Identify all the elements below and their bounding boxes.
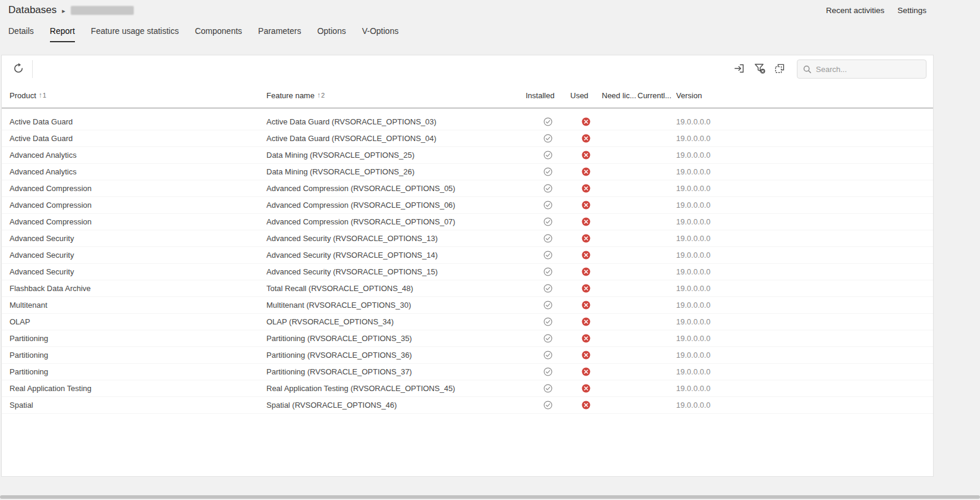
table-row[interactable]: Partitioning Partitioning (RVSORACLE_OPT… xyxy=(2,364,933,380)
table-body: Active Data Guard Active Data Guard (RVS… xyxy=(2,108,933,414)
column-header-installed[interactable]: Installed xyxy=(526,91,570,100)
cell-installed xyxy=(526,117,570,126)
table-row[interactable]: Advanced Compression Advanced Compressio… xyxy=(2,197,933,214)
cell-used xyxy=(570,134,602,143)
table-row[interactable]: Advanced Analytics Data Mining (RVSORACL… xyxy=(2,147,933,164)
table-row[interactable]: Spatial Spatial (RVSORACLE_OPTIONS_46) 1… xyxy=(2,397,933,414)
installed-yes-icon xyxy=(544,251,552,260)
cell-feature-name: Advanced Compression (RVSORACLE_OPTIONS_… xyxy=(266,217,526,226)
table-row[interactable]: Advanced Security Advanced Security (RVS… xyxy=(2,230,933,247)
installed-yes-icon xyxy=(544,367,552,376)
search-box xyxy=(797,60,926,79)
column-label: Feature name xyxy=(266,91,315,100)
sort-order-number: 1 xyxy=(43,92,46,99)
tab-parameters[interactable]: Parameters xyxy=(258,26,301,42)
installed-yes-icon xyxy=(544,384,552,393)
breadcrumb-databases[interactable]: Databases xyxy=(8,4,56,16)
table-row[interactable]: Multitenant Multitenant (RVSORACLE_OPTIO… xyxy=(2,297,933,314)
cell-product: Spatial xyxy=(10,401,266,410)
cell-installed xyxy=(526,334,570,343)
clear-filter-button[interactable] xyxy=(749,60,769,79)
tab-report[interactable]: Report xyxy=(50,26,75,42)
cell-feature-name: Multitenant (RVSORACLE_OPTIONS_30) xyxy=(266,301,526,310)
refresh-button[interactable] xyxy=(8,60,29,79)
report-grid-panel: Product ↑ 1 Feature name ↑ 2 Installed U… xyxy=(1,55,934,477)
tab-details[interactable]: Details xyxy=(8,26,34,42)
tab-v-options[interactable]: V-Options xyxy=(362,26,398,42)
cell-feature-name: Advanced Security (RVSORACLE_OPTIONS_15) xyxy=(266,267,526,276)
column-header-currently-used[interactable]: Currentl... xyxy=(637,91,676,100)
cell-installed xyxy=(526,167,570,176)
cell-product: OLAP xyxy=(10,317,266,326)
search-input[interactable] xyxy=(816,65,921,74)
table-row[interactable]: Partitioning Partitioning (RVSORACLE_OPT… xyxy=(2,347,933,364)
cell-product: Advanced Analytics xyxy=(10,167,266,176)
column-header-product[interactable]: Product ↑ 1 xyxy=(10,91,266,100)
table-row[interactable]: Partitioning Partitioning (RVSORACLE_OPT… xyxy=(2,330,933,347)
sort-asc-icon: ↑ xyxy=(317,91,321,99)
cell-feature-name: Partitioning (RVSORACLE_OPTIONS_35) xyxy=(266,334,526,343)
cell-used xyxy=(570,234,602,243)
cell-feature-name: Advanced Compression (RVSORACLE_OPTIONS_… xyxy=(266,201,526,210)
column-header-used[interactable]: Used xyxy=(570,91,602,100)
table-row[interactable]: Advanced Security Advanced Security (RVS… xyxy=(2,264,933,280)
installed-yes-icon xyxy=(544,151,552,160)
table-row[interactable]: Advanced Compression Advanced Compressio… xyxy=(2,214,933,230)
cell-product: Multitenant xyxy=(10,301,266,310)
column-header-need-license[interactable]: Need lic... xyxy=(602,91,637,100)
cell-version: 19.0.0.0.0 xyxy=(676,251,925,260)
cell-product: Advanced Security xyxy=(10,234,266,243)
column-header-version[interactable]: Version xyxy=(676,91,925,100)
used-no-icon xyxy=(582,117,590,126)
column-label: Installed xyxy=(526,91,554,100)
cell-installed xyxy=(526,234,570,243)
table-row[interactable]: Active Data Guard Active Data Guard (RVS… xyxy=(2,130,933,147)
cell-installed xyxy=(526,401,570,410)
export-button[interactable] xyxy=(729,60,749,79)
cell-version: 19.0.0.0.0 xyxy=(676,384,925,393)
cell-feature-name: Active Data Guard (RVSORACLE_OPTIONS_04) xyxy=(266,134,526,143)
used-no-icon xyxy=(582,217,590,226)
settings-link[interactable]: Settings xyxy=(897,6,926,15)
cell-installed xyxy=(526,317,570,326)
column-chooser-button[interactable] xyxy=(769,60,790,79)
table-row[interactable]: OLAP OLAP (RVSORACLE_OPTIONS_34) 19.0.0.… xyxy=(2,314,933,330)
column-header-feature-name[interactable]: Feature name ↑ 2 xyxy=(266,91,526,100)
export-icon xyxy=(733,62,745,76)
table-row[interactable]: Real Application Testing Real Applicatio… xyxy=(2,380,933,397)
search-icon xyxy=(803,65,812,74)
cell-installed xyxy=(526,251,570,260)
installed-yes-icon xyxy=(544,201,552,210)
tab-options[interactable]: Options xyxy=(317,26,345,42)
installed-yes-icon xyxy=(544,217,552,226)
cell-used xyxy=(570,267,602,276)
tab-feature-usage-statistics[interactable]: Feature usage statistics xyxy=(91,26,179,42)
horizontal-scrollbar[interactable] xyxy=(0,495,980,499)
installed-yes-icon xyxy=(544,234,552,243)
cell-installed xyxy=(526,301,570,310)
topbar-actions: Recent activities Settings xyxy=(826,6,926,15)
tab-components[interactable]: Components xyxy=(195,26,242,42)
table-row[interactable]: Advanced Analytics Data Mining (RVSORACL… xyxy=(2,164,933,180)
cell-feature-name: Total Recall (RVSORACLE_OPTIONS_48) xyxy=(266,284,526,293)
top-bar: Databases ▸ Recent activities Settings xyxy=(0,0,935,18)
used-no-icon xyxy=(582,401,590,410)
used-no-icon xyxy=(582,334,590,343)
breadcrumb: Databases ▸ xyxy=(8,4,134,16)
installed-yes-icon xyxy=(544,317,552,326)
table-row[interactable]: Advanced Compression Advanced Compressio… xyxy=(2,180,933,197)
used-no-icon xyxy=(582,317,590,326)
table-row[interactable]: Flashback Data Archive Total Recall (RVS… xyxy=(2,280,933,297)
installed-yes-icon xyxy=(544,401,552,410)
table-header: Product ↑ 1 Feature name ↑ 2 Installed U… xyxy=(2,83,933,108)
cell-feature-name: Data Mining (RVSORACLE_OPTIONS_26) xyxy=(266,167,526,176)
table-row[interactable]: Active Data Guard Active Data Guard (RVS… xyxy=(2,114,933,130)
sort-asc-icon: ↑ xyxy=(39,91,42,99)
breadcrumb-current-redacted xyxy=(71,6,134,15)
column-chooser-icon xyxy=(774,62,786,76)
recent-activities-link[interactable]: Recent activities xyxy=(826,6,884,15)
cell-version: 19.0.0.0.0 xyxy=(676,134,925,143)
cell-used xyxy=(570,201,602,210)
table-row[interactable]: Advanced Security Advanced Security (RVS… xyxy=(2,247,933,264)
cell-product: Advanced Compression xyxy=(10,201,266,210)
